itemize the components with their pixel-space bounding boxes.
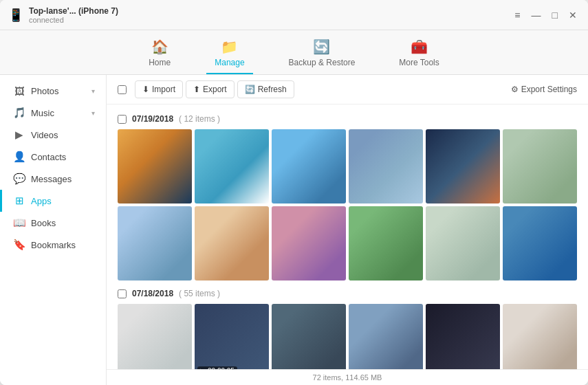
sidebar: 🖼 Photos ▾ 🎵 Music ▾ ▶ Videos 👤 Contacts… (0, 75, 107, 385)
app-window: 📱 Top-lanse'... (iPhone 7) connected ≡ —… (0, 0, 588, 385)
sidebar-item-messages[interactable]: 💬 Messages (0, 168, 106, 190)
photo-cell[interactable] (118, 129, 192, 204)
sidebar-apps-label: Apps (31, 196, 52, 206)
import-button[interactable]: ⬇ Import (135, 80, 183, 98)
sidebar-item-videos[interactable]: ▶ Videos (0, 124, 106, 146)
nav-tabs: 🏠 Home 📁 Manage 🔄 Backup & Restore 🧰 Mor… (0, 30, 588, 75)
contacts-icon: 👤 (13, 151, 25, 163)
group-checkbox-0[interactable] (118, 115, 127, 124)
photo-cell[interactable] (503, 129, 577, 204)
messages-icon: 💬 (13, 173, 25, 185)
import-label: Import (152, 85, 175, 94)
gear-icon: ⚙ (511, 85, 519, 94)
tab-backup-label: Backup & Restore (289, 58, 356, 67)
photo-cell[interactable] (426, 206, 500, 280)
home-icon: 🏠 (151, 38, 168, 55)
photo-cell[interactable] (503, 304, 577, 369)
device-icon: 📱 (8, 8, 23, 23)
photo-cell[interactable] (272, 206, 346, 280)
device-status: connected (29, 16, 118, 24)
select-all-checkbox[interactable] (118, 85, 127, 94)
photo-cell[interactable] (349, 129, 423, 204)
videos-icon: ▶ (13, 129, 25, 141)
menu-button[interactable]: ≡ (512, 8, 523, 22)
photo-cell[interactable]: ▶00:00:05 (195, 304, 269, 369)
window-controls: ≡ — □ ✕ (512, 8, 580, 22)
tab-tools[interactable]: 🧰 More Tools (391, 36, 447, 74)
sidebar-item-contacts[interactable]: 👤 Contacts (0, 146, 106, 168)
sidebar-photos-label: Photos (31, 86, 58, 96)
photo-cell[interactable] (272, 304, 346, 369)
refresh-button[interactable]: 🔄 Refresh (237, 80, 294, 98)
photo-cell[interactable] (426, 304, 500, 369)
music-expand-icon: ▾ (91, 109, 95, 117)
close-button[interactable]: ✕ (566, 8, 580, 22)
device-info: 📱 Top-lanse'... (iPhone 7) connected (8, 6, 118, 24)
titlebar: 📱 Top-lanse'... (iPhone 7) connected ≡ —… (0, 0, 588, 30)
music-icon: 🎵 (13, 107, 25, 119)
import-icon: ⬇ (142, 85, 149, 94)
photo-grid-0 (118, 129, 577, 280)
tools-icon: 🧰 (411, 38, 428, 55)
group-checkbox-1[interactable] (118, 289, 127, 298)
export-label: Export (203, 85, 227, 94)
sidebar-item-books[interactable]: 📖 Books (0, 212, 106, 234)
photo-cell[interactable] (195, 206, 269, 280)
export-settings-label: Export Settings (521, 85, 577, 94)
group-date-1: 07/18/2018 (132, 289, 173, 298)
group-count-0: ( 12 items ) (179, 114, 220, 124)
group-count-1: ( 55 items ) (179, 289, 220, 298)
sidebar-bookmarks-label: Bookmarks (31, 240, 76, 250)
device-text: Top-lanse'... (iPhone 7) connected (29, 6, 118, 24)
photos-expand-icon: ▾ (91, 87, 95, 95)
toolbar: ⬇ Import ⬆ Export 🔄 Refresh ⚙ Export Set… (107, 75, 588, 104)
export-settings-button[interactable]: ⚙ Export Settings (511, 85, 577, 94)
refresh-label: Refresh (258, 85, 287, 94)
bookmarks-icon: 🔖 (13, 239, 25, 251)
tab-home-label: Home (149, 58, 171, 67)
sidebar-contacts-label: Contacts (31, 152, 66, 162)
minimize-button[interactable]: — (529, 8, 544, 22)
apps-icon: ⊞ (13, 195, 25, 207)
tab-backup[interactable]: 🔄 Backup & Restore (281, 36, 364, 74)
books-icon: 📖 (13, 217, 25, 229)
photo-cell[interactable] (118, 304, 192, 369)
group-header-0: 07/19/2018 ( 12 items ) (118, 114, 577, 124)
video-duration: 00:00:05 (208, 367, 235, 369)
sidebar-music-label: Music (31, 108, 54, 118)
statusbar: 72 items, 114.65 MB (107, 369, 588, 385)
photo-cell[interactable] (272, 129, 346, 204)
group-date-0: 07/19/2018 (132, 114, 173, 124)
sidebar-item-bookmarks[interactable]: 🔖 Bookmarks (0, 234, 106, 256)
photo-cell[interactable] (118, 206, 192, 280)
sidebar-item-music[interactable]: 🎵 Music ▾ (0, 102, 106, 124)
sidebar-messages-label: Messages (31, 174, 72, 184)
photo-cell[interactable] (349, 206, 423, 280)
photos-icon: 🖼 (13, 85, 25, 97)
restore-button[interactable]: □ (549, 8, 560, 22)
group-header-1: 07/18/2018 ( 55 items ) (118, 289, 577, 298)
tab-home[interactable]: 🏠 Home (140, 36, 179, 74)
backup-icon: 🔄 (313, 38, 330, 55)
sidebar-item-apps[interactable]: ⊞ Apps (0, 190, 106, 212)
video-badge: ▶00:00:05 (197, 366, 237, 369)
sidebar-item-photos[interactable]: 🖼 Photos ▾ (0, 80, 106, 102)
sidebar-books-label: Books (31, 218, 56, 228)
refresh-icon: 🔄 (245, 85, 255, 94)
photo-area[interactable]: 07/19/2018 ( 12 items ) 07/18/2018 ( 55 … (107, 104, 588, 369)
manage-icon: 📁 (221, 38, 238, 55)
tab-tools-label: More Tools (399, 58, 439, 67)
video-play-icon: ▶ (200, 367, 206, 369)
photo-cell[interactable] (426, 129, 500, 204)
export-button[interactable]: ⬆ Export (186, 80, 235, 98)
statusbar-text: 72 items, 114.65 MB (313, 373, 382, 382)
main-panel: ⬇ Import ⬆ Export 🔄 Refresh ⚙ Export Set… (107, 75, 588, 385)
photo-cell[interactable] (349, 304, 423, 369)
tab-manage[interactable]: 📁 Manage (206, 36, 252, 74)
export-icon: ⬆ (193, 85, 200, 94)
device-name: Top-lanse'... (iPhone 7) (29, 6, 118, 16)
photo-cell[interactable] (195, 129, 269, 204)
sidebar-videos-label: Videos (31, 130, 58, 140)
tab-manage-label: Manage (215, 58, 244, 67)
photo-cell[interactable] (503, 206, 577, 280)
